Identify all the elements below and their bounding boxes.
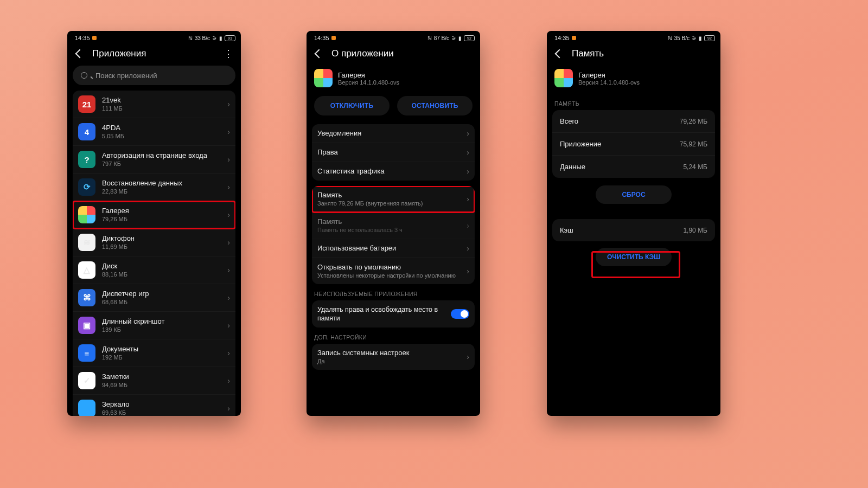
- row-label: Открывать по умолчанию: [317, 263, 464, 272]
- chevron-right-icon: ›: [464, 167, 469, 176]
- row-sys-write[interactable]: Запись системных настроек Да ›: [312, 344, 475, 370]
- status-battery: 92: [464, 35, 475, 41]
- app-row-long-screenshot[interactable]: ▣ Длинный скриншот 139 КБ ›: [73, 312, 235, 339]
- section-memory: ПАМЯТЬ: [547, 94, 720, 110]
- chevron-right-icon: ›: [464, 221, 469, 230]
- app-size: 11,69 МБ: [102, 243, 225, 251]
- back-icon[interactable]: [75, 49, 85, 59]
- app-icon: ≋: [78, 234, 95, 251]
- status-nfc-icon: ℕ: [188, 35, 193, 41]
- reset-button[interactable]: СБРОС: [596, 185, 672, 204]
- app-size: 797 КБ: [102, 160, 225, 168]
- row-permissions[interactable]: Права ›: [312, 143, 475, 162]
- chevron-right-icon: ›: [225, 349, 230, 357]
- app-row-mirror[interactable]: Зеркало 69,63 КБ ›: [73, 395, 235, 416]
- overflow-menu-icon[interactable]: [224, 49, 233, 59]
- app-icon: △: [78, 261, 95, 279]
- row-traffic[interactable]: Статистика трафика ›: [312, 162, 475, 181]
- status-notification-icon: [92, 36, 97, 40]
- app-row-4pda[interactable]: 4 4PDA 5,05 МБ ›: [73, 118, 235, 146]
- app-size: 68,68 МБ: [102, 298, 225, 306]
- app-name: Галерея: [578, 71, 640, 79]
- disable-button[interactable]: ОТКЛЮЧИТЬ: [314, 96, 390, 115]
- row-label: Удалять права и освобождать место в памя…: [317, 305, 451, 323]
- toggle-switch[interactable]: [451, 309, 469, 319]
- page-title: О приложении: [331, 48, 394, 59]
- app-name: 4PDA: [102, 124, 225, 132]
- status-signal-icon: ▮: [699, 35, 702, 41]
- app-header: Галерея Версия 14.1.0.480-ovs: [307, 66, 480, 94]
- kv-key: Кэш: [560, 226, 573, 234]
- chevron-right-icon: ›: [225, 376, 230, 385]
- stop-button[interactable]: ОСТАНОВИТЬ: [397, 96, 473, 115]
- app-version: Версия 14.1.0.480-ovs: [578, 79, 640, 86]
- app-size: 94,69 МБ: [102, 381, 225, 389]
- search-apps-input[interactable]: Поиск приложений: [73, 66, 235, 85]
- app-row-drive[interactable]: △ Диск 88,16 МБ ›: [73, 256, 235, 284]
- chevron-right-icon: ›: [464, 148, 469, 157]
- chevron-right-icon: ›: [225, 127, 230, 136]
- app-name: Галерея: [102, 207, 225, 215]
- kv-value: 75,92 МБ: [680, 140, 707, 148]
- app-icon: ?: [78, 151, 95, 168]
- back-icon[interactable]: [314, 49, 324, 59]
- page-title: Память: [572, 48, 604, 59]
- phone-apps-list: 14:35 ℕ 33 В/с ⚞ ▮ 93 Приложения Поиск п…: [67, 31, 241, 416]
- app-row-recorder[interactable]: ≋ Диктофон 11,69 МБ ›: [73, 229, 235, 256]
- status-battery: 93: [225, 35, 235, 41]
- app-icon: ⟳: [78, 178, 95, 196]
- chevron-right-icon: ›: [225, 155, 230, 164]
- apps-list: 21 21vek 111 МБ › 4 4PDA 5,05 МБ › ? Авт…: [73, 91, 235, 416]
- chevron-right-icon: ›: [225, 183, 230, 191]
- app-row-auth[interactable]: ? Авторизация на странице входа 797 КБ ›: [73, 146, 235, 174]
- chevron-right-icon: ›: [464, 244, 469, 253]
- phone-storage: 14:35 ℕ 35 В/с ⚞ ▮ 92 Память Галерея Вер…: [547, 31, 720, 416]
- app-name: Длинный скриншот: [102, 317, 225, 326]
- row-notifications[interactable]: Уведомления ›: [312, 124, 475, 143]
- row-label: Уведомления: [317, 129, 464, 138]
- app-row-notes[interactable]: ✓ Заметки 94,69 МБ ›: [73, 367, 235, 395]
- chevron-right-icon: ›: [225, 404, 230, 413]
- row-sublabel: Память не использовалась 3 ч: [317, 226, 464, 234]
- status-time: 14:35: [554, 35, 570, 41]
- app-row-21vek[interactable]: 21 21vek 111 МБ ›: [73, 91, 235, 118]
- status-notification-icon: [572, 36, 576, 40]
- app-row-gallery[interactable]: Галерея 79,26 МБ ›: [73, 201, 235, 229]
- status-wifi-icon: ⚞: [212, 35, 217, 41]
- app-size: 22,83 МБ: [102, 188, 225, 195]
- app-row-documents[interactable]: ≡ Документы 192 МБ ›: [73, 339, 235, 367]
- chevron-right-icon: ›: [225, 293, 230, 302]
- app-name: Зеркало: [102, 400, 225, 409]
- row-storage[interactable]: Память Занято 79,26 МБ (внутренняя памят…: [312, 186, 475, 213]
- app-icon: ≡: [78, 344, 95, 362]
- app-version: Версия 14.1.0.480-ovs: [338, 79, 399, 86]
- app-icon: [78, 206, 95, 223]
- app-row-restore[interactable]: ⟳ Восстановление данных 22,83 МБ ›: [73, 174, 235, 201]
- row-label: Запись системных настроек: [317, 349, 464, 357]
- app-name: Диктофон: [102, 234, 225, 243]
- status-nfc-icon: ℕ: [668, 35, 672, 41]
- app-size: 69,63 КБ: [102, 409, 225, 416]
- back-icon[interactable]: [554, 49, 564, 59]
- status-nfc-icon: ℕ: [427, 35, 432, 41]
- app-icon: 4: [78, 123, 95, 140]
- row-open-default[interactable]: Открывать по умолчанию Установлены некот…: [312, 258, 475, 284]
- app-header: Галерея Версия 14.1.0.480-ovs: [547, 66, 720, 94]
- row-battery[interactable]: Использование батареи ›: [312, 239, 475, 258]
- status-bar: 14:35 ℕ 33 В/с ⚞ ▮ 93: [67, 31, 241, 43]
- clear-cache-button[interactable]: ОЧИСТИТЬ КЭШ: [596, 248, 672, 266]
- kv-key: Данные: [560, 163, 585, 171]
- app-size: 79,26 МБ: [102, 215, 225, 223]
- app-size: 88,16 МБ: [102, 271, 225, 278]
- row-label: Память: [317, 217, 464, 226]
- phone-app-info: 14:35 ℕ 87 В/с ⚞ ▮ 92 О приложении Галер…: [307, 31, 480, 416]
- search-icon: [80, 70, 90, 80]
- status-signal-icon: ▮: [458, 35, 462, 41]
- row-memory[interactable]: Память Память не использовалась 3 ч ›: [312, 213, 475, 239]
- app-row-game-dispatcher[interactable]: ⌘ Диспетчер игр 68,68 МБ ›: [73, 284, 235, 312]
- app-name: Диск: [102, 262, 225, 271]
- row-unused-toggle[interactable]: Удалять права и освобождать место в памя…: [312, 300, 475, 328]
- row-sublabel: Да: [317, 357, 464, 365]
- app-icon: ⌘: [78, 289, 95, 306]
- app-icon: [78, 400, 95, 416]
